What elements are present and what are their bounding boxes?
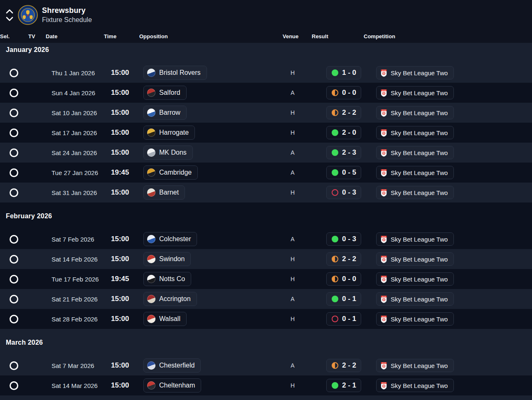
result-button[interactable]: 0 - 3 xyxy=(326,186,361,199)
select-fixture-radio[interactable] xyxy=(10,128,18,137)
result-button[interactable]: 0 - 1 xyxy=(326,292,361,306)
result-button[interactable]: 0 - 3 xyxy=(326,232,361,246)
fixture-row[interactable]: Sat 24 Jan 2026 15:00 MK Dons A 2 - 3 xyxy=(0,143,532,163)
column-header-result[interactable]: Result xyxy=(312,33,364,40)
result-button[interactable]: 2 - 0 xyxy=(326,126,361,139)
column-header-time[interactable]: Time xyxy=(104,33,139,40)
result-score: 2 - 1 xyxy=(342,381,356,390)
opponent-button[interactable]: Swindon xyxy=(143,252,191,266)
competition-button[interactable]: Sky Bet League Two xyxy=(376,66,454,79)
select-fixture-radio[interactable] xyxy=(10,69,18,77)
result-button[interactable]: 2 - 2 xyxy=(326,252,361,266)
competition-name: Sky Bet League Two xyxy=(391,169,448,176)
fixture-row[interactable]: Thu 1 Jan 2026 15:00 Bristol Rovers H 1 … xyxy=(0,63,532,83)
fixture-row[interactable]: Tue 17 Feb 2026 19:45 Notts Co H 0 - 0 xyxy=(0,269,532,289)
result-score: 1 - 0 xyxy=(342,69,356,77)
result-button[interactable]: 2 - 3 xyxy=(326,146,361,159)
fixture-row[interactable]: Sat 14 Mar 2026 15:00 Cheltenham H 2 - 1 xyxy=(0,375,532,395)
competition-button[interactable]: Sky Bet League Two xyxy=(376,359,454,372)
competition-button[interactable]: Sky Bet League Two xyxy=(376,272,454,286)
opponent-button[interactable]: Notts Co xyxy=(143,272,191,286)
result-button[interactable]: 2 - 2 xyxy=(326,359,361,372)
result-button[interactable]: 0 - 1 xyxy=(326,312,361,326)
fixture-row[interactable]: Sat 17 Jan 2026 15:00 Harrogate H 2 - 0 xyxy=(0,123,532,143)
competition-button[interactable]: Sky Bet League Two xyxy=(376,312,454,326)
column-header-opposition[interactable]: Opposition xyxy=(139,33,283,40)
select-fixture-radio[interactable] xyxy=(10,148,18,157)
competition-button[interactable]: Sky Bet League Two xyxy=(376,86,454,99)
opponent-button[interactable]: Cheltenham xyxy=(143,378,201,393)
fixture-row[interactable]: Sat 28 Feb 2026 15:00 Walsall H 0 - 1 xyxy=(0,309,532,329)
select-fixture-radio[interactable] xyxy=(10,275,18,284)
column-header-date[interactable]: Date xyxy=(46,33,104,40)
opponent-button[interactable]: Accrington xyxy=(143,292,197,306)
page-subtitle: Fixture Schedule xyxy=(42,15,92,24)
fixture-date: Sat 21 Feb 2026 xyxy=(46,296,104,303)
fixture-time: 15:00 xyxy=(104,188,139,197)
select-fixture-radio[interactable] xyxy=(10,89,18,97)
fixture-row[interactable]: Sat 7 Mar 2026 15:00 Chesterfield A 2 - … xyxy=(0,356,532,375)
fixture-row[interactable]: Sat 31 Jan 2026 15:00 Barnet H 0 - 3 xyxy=(0,183,532,202)
result-indicator-icon xyxy=(332,316,338,322)
result-button[interactable]: 1 - 0 xyxy=(326,66,361,79)
select-fixture-radio[interactable] xyxy=(10,381,18,390)
competition-button[interactable]: Sky Bet League Two xyxy=(376,146,454,159)
competition-cell: Sky Bet League Two xyxy=(364,146,532,159)
select-fixture-radio[interactable] xyxy=(10,168,18,177)
opponent-button[interactable]: Barnet xyxy=(143,185,185,200)
fixture-row[interactable]: Sat 7 Feb 2026 15:00 Colchester A 0 - 3 xyxy=(0,229,532,249)
column-header-venue[interactable]: Venue xyxy=(283,33,312,40)
competition-button[interactable]: Sky Bet League Two xyxy=(376,186,454,199)
opponent-button[interactable]: Barrow xyxy=(143,106,187,120)
club-badge-icon xyxy=(147,128,155,137)
opposition-cell: Notts Co xyxy=(139,272,283,286)
fixture-row[interactable]: Sun 4 Jan 2026 15:00 Salford A 0 - 0 xyxy=(0,83,532,103)
competition-button[interactable]: Sky Bet League Two xyxy=(376,232,454,246)
select-fixture-radio[interactable] xyxy=(10,109,18,117)
select-fixture-radio[interactable] xyxy=(10,295,18,304)
result-button[interactable]: 2 - 1 xyxy=(326,379,361,392)
opponent-button[interactable]: Chesterfield xyxy=(143,358,201,373)
select-fixture-radio[interactable] xyxy=(10,235,18,244)
opponent-button[interactable]: Harrogate xyxy=(143,126,195,140)
select-fixture-radio[interactable] xyxy=(10,315,18,323)
opponent-button[interactable]: Salford xyxy=(143,86,187,100)
fixture-row[interactable]: Sat 10 Jan 2026 15:00 Barrow H 2 - 2 xyxy=(0,103,532,123)
sel-cell xyxy=(0,168,28,177)
competition-button[interactable]: Sky Bet League Two xyxy=(376,379,454,392)
fixture-venue: H xyxy=(283,109,312,116)
opponent-button[interactable]: Bristol Rovers xyxy=(143,66,207,80)
column-header-sel[interactable]: Sel. xyxy=(0,33,28,40)
competition-name: Sky Bet League Two xyxy=(391,149,448,156)
fixture-row[interactable]: Sat 21 Feb 2026 15:00 Accrington A 0 - 1 xyxy=(0,289,532,309)
opponent-button[interactable]: Walsall xyxy=(143,312,187,326)
competition-button[interactable]: Sky Bet League Two xyxy=(376,106,454,119)
select-fixture-radio[interactable] xyxy=(10,188,18,197)
column-header-competition[interactable]: Competition xyxy=(364,33,532,40)
opposition-cell: Chesterfield xyxy=(139,358,283,373)
column-header-tv[interactable]: TV xyxy=(28,33,46,40)
result-button[interactable]: 0 - 5 xyxy=(326,166,361,179)
competition-button[interactable]: Sky Bet League Two xyxy=(376,166,454,179)
result-button[interactable]: 0 - 0 xyxy=(326,86,361,99)
competition-button[interactable]: Sky Bet League Two xyxy=(376,292,454,306)
fixture-row[interactable]: Sat 14 Feb 2026 15:00 Swindon H 2 - 2 xyxy=(0,249,532,269)
opponent-button[interactable]: Colchester xyxy=(143,232,197,246)
opponent-name: MK Dons xyxy=(159,149,187,156)
result-button[interactable]: 2 - 2 xyxy=(326,106,361,119)
sky-bet-badge-icon xyxy=(381,382,387,390)
select-fixture-radio[interactable] xyxy=(10,255,18,264)
sky-bet-badge-icon xyxy=(381,235,387,243)
result-indicator-icon xyxy=(332,169,338,176)
fixture-row[interactable]: Tue 27 Jan 2026 19:45 Cambridge A 0 - 5 xyxy=(0,163,532,183)
result-button[interactable]: 0 - 0 xyxy=(326,272,361,286)
select-fixture-radio[interactable] xyxy=(10,361,18,370)
fixture-schedule-screen: Shrewsbury Fixture Schedule Sel. TV Date… xyxy=(0,0,532,400)
competition-button[interactable]: Sky Bet League Two xyxy=(376,126,454,139)
opponent-button[interactable]: MK Dons xyxy=(143,146,193,160)
competition-button[interactable]: Sky Bet League Two xyxy=(376,252,454,266)
scroll-up-button[interactable] xyxy=(6,9,13,14)
scroll-down-button[interactable] xyxy=(6,17,13,21)
opposition-cell: Cambridge xyxy=(139,165,283,180)
opponent-button[interactable]: Cambridge xyxy=(143,165,198,180)
